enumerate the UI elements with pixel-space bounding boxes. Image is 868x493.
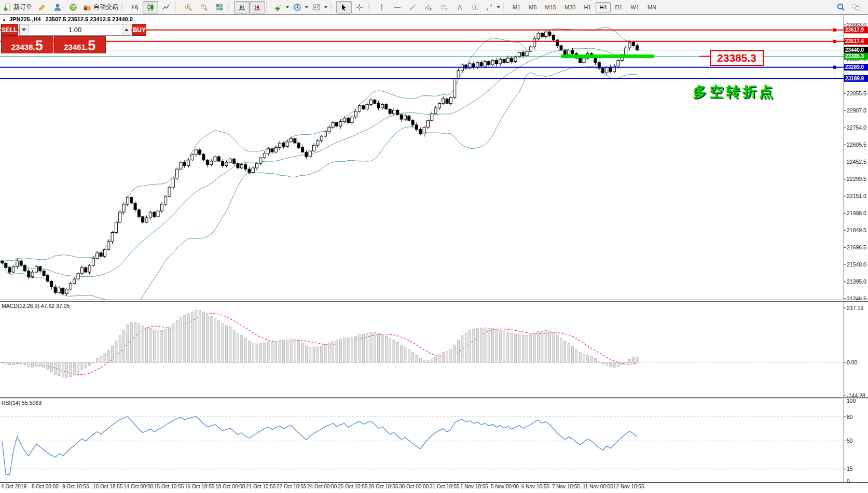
text-label-button[interactable]: T (467, 1, 483, 13)
zoom-in-icon (184, 3, 192, 11)
buy-price-int: 23461 (64, 42, 86, 52)
autotrading-label: 自动交易 (93, 3, 118, 11)
rsi-line (2, 417, 637, 475)
crosshair-button[interactable] (352, 1, 367, 13)
volume-stepper (19, 24, 131, 36)
search-button[interactable] (833, 1, 848, 13)
community-button[interactable] (50, 1, 65, 13)
svg-text:E: E (430, 8, 432, 11)
pane-separator[interactable] (0, 300, 868, 302)
new-order-button[interactable]: 新订单 (1, 1, 34, 13)
rsi-level-label: 15 (847, 466, 853, 472)
time-axis[interactable]: 4 Oct 20198 Oct 00:009 Oct 10:5510 Oct 1… (0, 483, 868, 490)
fibonacci-button[interactable]: F (436, 1, 452, 13)
macd-axis-label: 0.00 (847, 359, 858, 365)
toolbar-grip[interactable] (228, 3, 232, 12)
time-axis-label: 24 Oct 00:00 (307, 484, 337, 489)
cursor-button[interactable] (336, 1, 352, 13)
tile-windows-button[interactable] (212, 1, 227, 13)
sell-price-big-digit: 5 (35, 39, 43, 52)
channel-button[interactable]: E (421, 1, 436, 13)
volume-decrease-button[interactable] (20, 24, 29, 35)
price-tick-label: 21849.5 (847, 227, 866, 233)
chart-plot[interactable]: 23663.023357.023055.522907.022754.022605… (0, 0, 868, 493)
crayon-icon (38, 3, 46, 11)
signals-button[interactable] (65, 1, 81, 13)
sell-button[interactable]: SELL (1, 24, 18, 36)
autotrade-icon (83, 3, 91, 11)
price-tick-label: 22299.5 (847, 176, 866, 182)
time-axis-label: 7 Nov 18:55 (552, 484, 580, 489)
tf-button-mn[interactable]: MN (644, 2, 660, 12)
chart-symbol-header: ▲ JPN225-,H4 23507.5 23512.5 23412.5 234… (2, 16, 133, 22)
tf-button-h4[interactable]: H4 (596, 2, 610, 12)
price-tick-label: 22452.5 (847, 159, 866, 165)
horizontal-line-button[interactable] (390, 1, 405, 13)
templates-button[interactable] (310, 1, 329, 13)
sell-price-button[interactable]: 23438.5 (1, 36, 53, 53)
arrows-tool-button[interactable] (483, 1, 502, 13)
price-callout-box[interactable]: 23385.3 (710, 50, 764, 66)
time-axis-label: 12 Nov 10:55 (613, 484, 644, 489)
toolbar-grip[interactable] (175, 3, 178, 12)
ohlc-values: 23507.5 23512.5 23412.5 23440.0 (46, 16, 133, 22)
toolbar-grip[interactable] (121, 3, 125, 12)
svg-text:T: T (474, 5, 477, 10)
price-level-label: 23617.9 (845, 27, 864, 33)
symbol-label: JPN225-,H4 (9, 16, 41, 22)
tf-button-m30[interactable]: M30 (561, 2, 579, 12)
periods-button[interactable] (291, 1, 310, 13)
styler-button[interactable] (34, 1, 50, 13)
buy-price-button[interactable]: 23461.5 (54, 36, 106, 53)
trade-row-top: SELL BUY (1, 24, 106, 36)
price-level-label: 23517.4 (845, 38, 864, 44)
tf-button-w1[interactable]: W1 (627, 2, 643, 12)
svg-text:A: A (458, 4, 462, 11)
vertical-line-button[interactable] (374, 1, 390, 13)
time-axis-label: 9 Oct 10:55 (62, 484, 89, 489)
buy-button[interactable]: BUY (132, 24, 146, 36)
auto-scroll-button[interactable] (234, 1, 250, 13)
time-axis-label: 30 Oct 00:00 (399, 484, 429, 489)
highlight-segment (561, 54, 654, 58)
price-tick-label: 21998.0 (847, 210, 866, 216)
chat-icon (851, 3, 861, 11)
sell-price-int: 23438 (11, 42, 33, 52)
horizontal-line-icon (393, 3, 402, 11)
pane-separator[interactable] (0, 397, 868, 399)
rsi-axis-label: 0 (847, 478, 850, 484)
chat-button[interactable] (848, 1, 864, 13)
tf-button-m1[interactable]: M1 (509, 2, 524, 12)
collapse-panel-icon[interactable]: ▲ (2, 18, 6, 22)
add-indicator-button[interactable] (272, 1, 291, 13)
line-chart-button[interactable] (158, 1, 174, 13)
candlestick-chart-button[interactable] (143, 1, 158, 13)
autotrading-button[interactable]: 自动交易 (81, 1, 120, 13)
volume-increase-button[interactable] (122, 24, 131, 35)
chart-shift-button[interactable] (250, 1, 265, 13)
time-axis-label: 31 Oct 10:55 (430, 484, 460, 489)
tf-button-d1[interactable]: D1 (612, 2, 626, 12)
text-button[interactable]: A (452, 1, 467, 13)
toolbar-grip[interactable] (330, 3, 334, 12)
bar-chart-button[interactable] (127, 1, 143, 13)
tf-button-m15[interactable]: M15 (542, 2, 560, 12)
tile-windows-icon (215, 3, 224, 11)
trade-row-prices: 23438.5 23461.5 (1, 36, 106, 53)
zoom-in-button[interactable] (181, 1, 196, 13)
text-label-icon: T (471, 3, 479, 11)
tf-button-m5[interactable]: M5 (525, 2, 540, 12)
trendline-button[interactable] (405, 1, 421, 13)
toolbar-grip[interactable] (503, 3, 507, 12)
new-order-icon (3, 3, 11, 11)
toolbar-grip[interactable] (266, 3, 270, 12)
toolbar-grip[interactable] (368, 3, 372, 12)
time-axis-label: 8 Oct 00:00 (32, 484, 59, 489)
price-tick-label: 21548.0 (847, 261, 866, 267)
toolbar: 新订单 自动交易 (0, 0, 868, 15)
tf-button-h1[interactable]: H1 (580, 2, 595, 12)
price-level-label: 23440.0 (845, 47, 864, 53)
price-tick-label: 22151.0 (847, 193, 866, 199)
volume-input[interactable] (29, 24, 122, 35)
zoom-out-button[interactable] (196, 1, 212, 13)
